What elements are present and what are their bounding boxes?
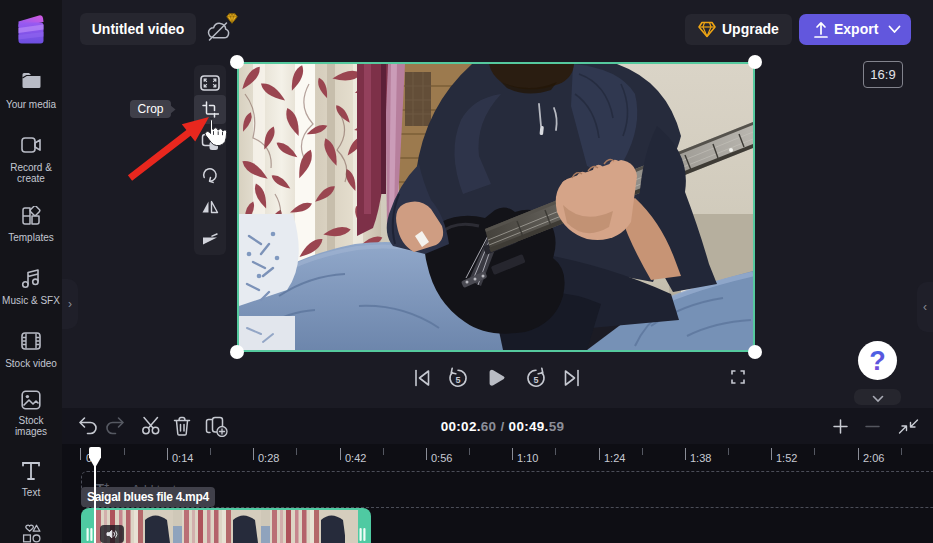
svg-text:?: ? xyxy=(869,346,886,376)
svg-text:5: 5 xyxy=(533,375,538,385)
svg-text:5: 5 xyxy=(455,375,460,385)
